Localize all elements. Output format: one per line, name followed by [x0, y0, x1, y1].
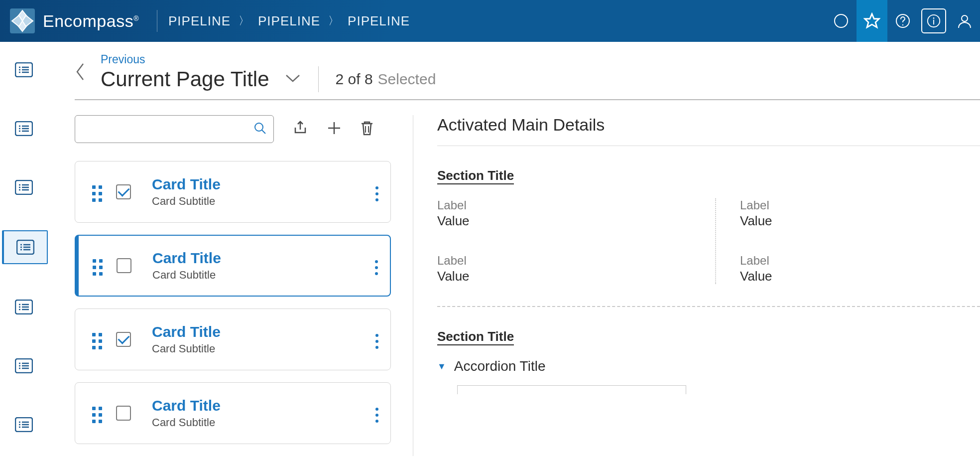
rail-item-active[interactable]	[14, 238, 36, 256]
title-dropdown-icon[interactable]	[284, 73, 301, 85]
field-label: Label	[437, 254, 695, 268]
svg-point-8	[902, 24, 903, 25]
details-panel: Activated Main Details Section Title Lab…	[413, 115, 980, 456]
search-field[interactable]	[82, 116, 253, 143]
card-menu-button[interactable]	[375, 256, 378, 275]
list-card[interactable]: Card Title Card Subtitle	[75, 308, 391, 370]
page-title: Current Page Title	[101, 67, 269, 91]
card-title[interactable]: Card Title	[152, 250, 221, 267]
card-title[interactable]: Card Title	[152, 323, 221, 340]
svg-line-70	[262, 130, 265, 134]
logo-icon	[9, 7, 36, 34]
logo[interactable]: Encompass®	[0, 7, 154, 34]
rail-item[interactable]	[13, 298, 35, 316]
back-chevron-icon[interactable]	[75, 62, 88, 84]
star-icon[interactable]	[857, 0, 887, 42]
breadcrumb: PIPELINE 〉 PIPELINE 〉 PIPELINE	[168, 13, 410, 29]
field-label: Label	[740, 198, 980, 212]
accordion-body	[457, 385, 686, 394]
card-title[interactable]: Card Title	[152, 176, 221, 193]
card-checkbox[interactable]	[116, 184, 131, 199]
field: Label Value	[437, 254, 695, 284]
help-icon[interactable]	[887, 0, 918, 42]
field-value: Value	[740, 213, 980, 229]
card-subtitle: Card Subtitle	[152, 416, 221, 429]
rail-item[interactable]	[13, 61, 35, 79]
card-checkbox[interactable]	[117, 258, 131, 273]
section-title: Section Title	[437, 168, 514, 184]
card-menu-button[interactable]	[375, 330, 378, 349]
previous-link[interactable]: Previous	[101, 53, 436, 66]
breadcrumb-item[interactable]: PIPELINE	[348, 13, 410, 29]
left-nav-rail	[0, 42, 48, 462]
card-checkbox[interactable]	[116, 406, 131, 421]
app-header: Encompass® PIPELINE 〉 PIPELINE 〉 PIPELIN…	[0, 0, 980, 42]
field-label: Label	[740, 254, 980, 268]
rail-item[interactable]	[13, 416, 35, 434]
divider	[318, 66, 319, 92]
circle-icon[interactable]	[826, 0, 857, 42]
header-actions	[826, 0, 980, 42]
breadcrumb-item[interactable]: PIPELINE	[168, 13, 231, 29]
field: Label Value	[740, 198, 980, 229]
svg-point-12	[962, 15, 968, 21]
card-menu-button[interactable]	[375, 404, 378, 423]
card-subtitle: Card Subtitle	[152, 195, 221, 208]
svg-point-5	[835, 14, 848, 27]
section-title: Section Title	[437, 329, 514, 345]
add-icon[interactable]	[327, 121, 342, 138]
info-icon[interactable]	[918, 0, 949, 42]
kebab-icon	[375, 186, 378, 201]
card-menu-button[interactable]	[375, 182, 378, 201]
section-divider	[437, 306, 980, 307]
details-heading: Activated Main Details	[437, 115, 980, 146]
field-value: Value	[437, 269, 695, 284]
kebab-icon	[375, 334, 378, 349]
field: Label Value	[437, 198, 695, 229]
field: Label Value	[740, 254, 980, 284]
list-card[interactable]: Card Title Card Subtitle	[75, 235, 391, 297]
export-icon[interactable]	[292, 120, 309, 139]
card-subtitle: Card Subtitle	[152, 342, 221, 355]
list-card[interactable]: Card Title Card Subtitle	[75, 382, 391, 444]
page-header: Previous Current Page Title 2 of 8Select…	[75, 53, 980, 100]
svg-marker-6	[865, 14, 879, 27]
list-toolbar	[75, 115, 391, 143]
selection-counter: 2 of 8Selected	[336, 71, 436, 88]
field-grid: Label Value Label Value Label Value	[437, 198, 980, 284]
search-input[interactable]	[75, 115, 274, 143]
drag-handle-icon[interactable]	[92, 182, 102, 202]
card-subtitle: Card Subtitle	[152, 269, 221, 282]
field-label: Label	[437, 198, 695, 212]
drag-handle-icon[interactable]	[93, 256, 103, 276]
caret-down-icon: ▼	[437, 361, 446, 372]
drag-handle-icon[interactable]	[92, 329, 102, 349]
kebab-icon	[375, 408, 378, 423]
svg-point-69	[255, 123, 263, 131]
accordion-toggle[interactable]: ▼ Accordion Title	[437, 358, 980, 374]
card-checkbox[interactable]	[116, 332, 131, 347]
accordion-title: Accordion Title	[454, 358, 546, 374]
delete-icon[interactable]	[360, 120, 374, 139]
chevron-right-icon: 〉	[239, 13, 250, 28]
card-title[interactable]: Card Title	[152, 397, 221, 414]
svg-point-10	[933, 17, 935, 19]
card-list-panel: Card Title Card Subtitle Card Title Card…	[75, 115, 413, 456]
search-icon[interactable]	[253, 122, 266, 137]
user-icon[interactable]	[949, 0, 980, 42]
field-value: Value	[740, 269, 980, 284]
rail-item[interactable]	[13, 178, 35, 196]
chevron-right-icon: 〉	[328, 13, 340, 28]
main-content: Previous Current Page Title 2 of 8Select…	[48, 42, 980, 462]
rail-item[interactable]	[13, 120, 35, 138]
kebab-icon	[375, 260, 378, 275]
breadcrumb-item[interactable]: PIPELINE	[258, 13, 320, 29]
divider	[157, 10, 157, 32]
rail-item[interactable]	[13, 357, 35, 375]
list-card[interactable]: Card Title Card Subtitle	[75, 161, 391, 223]
app-name: Encompass®	[43, 11, 139, 31]
drag-handle-icon[interactable]	[92, 403, 102, 423]
field-value: Value	[437, 213, 695, 229]
